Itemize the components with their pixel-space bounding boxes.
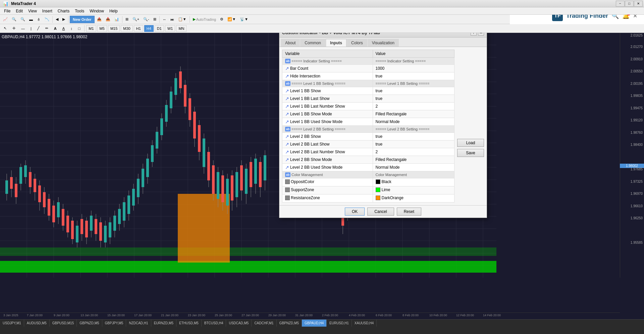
dialog-content: Variable Value ab===== Indicator Setting… — [279, 47, 487, 205]
cursor-btn[interactable]: ↖ — [1, 25, 9, 32]
dialog-tabs: About Common Inputs Colors Visualization — [279, 38, 487, 47]
brush-btn[interactable]: ✏ — [43, 25, 51, 32]
tf-m30[interactable]: M30 — [121, 25, 132, 32]
auto-scroll-btn[interactable]: ↔ — [161, 16, 168, 23]
fwd-btn[interactable]: ▶ — [61, 16, 67, 23]
arrow-icon: ↗ — [285, 142, 289, 147]
tab-common[interactable]: Common — [300, 39, 325, 47]
signals-btn[interactable]: 📶▼ — [226, 16, 237, 23]
market-watch-btn[interactable]: 📡▼ — [238, 16, 250, 23]
tf-w1[interactable]: W1 — [165, 25, 175, 32]
tf-m5[interactable]: M5 — [97, 25, 107, 32]
table-row[interactable]: ↗Level 1 BB Show true — [282, 87, 454, 95]
tf-m1[interactable]: M1 — [86, 25, 96, 32]
zoom-out2-btn[interactable]: 🔍- — [142, 16, 151, 23]
color-swatch — [376, 196, 380, 200]
close-btn[interactable]: ✕ — [634, 1, 643, 7]
templates-btn[interactable]: 📋▼ — [176, 16, 188, 23]
tf-m15[interactable]: M15 — [108, 25, 120, 32]
table-row[interactable]: ↗Level 1 BB Used Show Mode Normal Mode — [282, 118, 454, 126]
ab-icon: ab — [285, 59, 290, 63]
params-table: Variable Value ab===== Indicator Setting… — [282, 50, 454, 203]
table-row[interactable]: ab===== Level 1 BB Setting ===== ===== L… — [282, 80, 454, 87]
zoom-out-btn[interactable]: 🔍 — [19, 16, 27, 23]
save-btn[interactable]: Save — [457, 149, 484, 157]
ab-icon: ab — [285, 127, 290, 131]
table-row[interactable]: ↗Level 2 BB Used Show Mode Normal Mode — [282, 164, 454, 171]
table-row[interactable]: abColor Management Color Management — [282, 171, 454, 178]
color-swatch — [376, 179, 380, 184]
bar-chart-btn[interactable]: ▬ — [28, 16, 35, 23]
col-value: Value — [373, 50, 454, 58]
trendline-btn[interactable]: ╱ — [35, 25, 42, 32]
hline-btn[interactable]: — — [19, 25, 27, 32]
scroll-end-btn[interactable]: ⏭ — [169, 16, 176, 23]
table-row[interactable]: ab===== Level 2 BB Setting ===== ===== L… — [282, 126, 454, 133]
tf-h4[interactable]: H4 — [144, 25, 154, 32]
col-variable: Variable — [282, 50, 373, 58]
text-price-btn[interactable]: A — [60, 25, 67, 32]
table-row[interactable]: ↗Bar Count 1000 — [282, 65, 454, 72]
table-row[interactable]: ↗Level 1 BB Show Mode Filled Rectangale — [282, 110, 454, 118]
new-order-btn[interactable]: New Order — [70, 16, 95, 23]
zoom-in2-btn[interactable]: 🔍+ — [131, 16, 141, 23]
table-row[interactable]: ↗Hide Intersection true — [282, 72, 454, 80]
sell-btn[interactable]: 📥 — [104, 16, 112, 23]
menu-file[interactable]: File — [1, 8, 13, 14]
arrow-icon: ↗ — [285, 149, 289, 155]
menu-window[interactable]: Window — [87, 8, 107, 14]
autotrading-btn[interactable]: ▶ AutoTrading — [191, 16, 218, 23]
table-row[interactable]: OppositColor Black — [282, 178, 454, 186]
tab-inputs[interactable]: Inputs — [326, 39, 346, 47]
minimize-btn[interactable]: − — [616, 1, 625, 7]
arrow-icon: ↗ — [285, 104, 289, 109]
menu-charts[interactable]: Charts — [55, 8, 72, 14]
cancel-btn[interactable]: Cancel — [367, 208, 394, 216]
crosshair-btn[interactable]: ✛ — [10, 25, 18, 32]
load-btn[interactable]: Load — [457, 139, 484, 147]
tf-h1[interactable]: H1 — [134, 25, 143, 32]
menu-edit[interactable]: Edit — [13, 8, 25, 14]
table-row[interactable]: SupportZone Lime — [282, 186, 454, 194]
zoom-fit-btn[interactable]: ⊞ — [124, 16, 130, 23]
tab-visualization[interactable]: Visualization — [368, 39, 399, 47]
vline-btn[interactable]: | — [28, 25, 34, 32]
dialog-bottom-buttons: OK Cancel Reset — [279, 205, 487, 218]
grid-btn[interactable]: ⊞ — [152, 16, 158, 23]
table-row[interactable]: ↗Level 2 BB Last Show true — [282, 141, 454, 148]
tf-mn[interactable]: MN — [176, 25, 186, 32]
tab-about[interactable]: About — [281, 39, 300, 47]
back-btn[interactable]: ◀ — [54, 16, 60, 23]
arrow-icon: ↗ — [285, 119, 289, 124]
new-chart-btn[interactable]: 📈 — [1, 16, 9, 23]
menu-view[interactable]: View — [25, 8, 40, 14]
table-row[interactable]: ab===== Indicator Setting ===== ===== In… — [282, 58, 454, 65]
indicators-btn[interactable]: 📊 — [113, 16, 121, 23]
ok-btn[interactable]: OK — [345, 208, 365, 216]
line-btn[interactable]: 📉 — [43, 16, 51, 23]
rectangle-btn[interactable]: □ — [76, 25, 83, 32]
menu-tools[interactable]: Tools — [72, 8, 87, 14]
maximize-btn[interactable]: □ — [625, 1, 634, 7]
table-row[interactable]: ↗Level 2 BB Show true — [282, 133, 454, 141]
menu-help[interactable]: Help — [107, 8, 120, 14]
arrow-icon: ↗ — [285, 66, 289, 71]
candle-btn[interactable]: 🕯 — [35, 16, 42, 23]
indicator-dialog: Custom Indicator - BB + Void ICT MT4 By … — [279, 27, 487, 218]
text-btn[interactable]: A — [52, 25, 59, 32]
arrow-icon: ↗ — [285, 73, 289, 79]
ea-settings-btn[interactable]: ⚙ — [218, 16, 225, 23]
zoom-in-btn[interactable]: 🔍 — [10, 16, 18, 23]
reset-btn[interactable]: Reset — [397, 208, 421, 216]
table-row[interactable]: ↗Level 1 BB Last Show true — [282, 95, 454, 103]
tf-d1[interactable]: D1 — [155, 25, 164, 32]
menu-insert[interactable]: Insert — [40, 8, 55, 14]
table-row[interactable]: ↗Level 1 BB Last Number Show 2 — [282, 103, 454, 110]
table-row[interactable]: ResistanceZone DarkOrange — [282, 194, 454, 203]
arrow-btn[interactable]: ↕ — [68, 25, 75, 32]
table-row[interactable]: ↗Level 2 BB Last Number Show 2 — [282, 148, 454, 156]
buy-btn[interactable]: 📤 — [95, 16, 103, 23]
table-row[interactable]: ↗Level 2 BB Show Mode Filled Rectangale — [282, 156, 454, 164]
dialog-overlay: Custom Indicator - BB + Void ICT MT4 By … — [0, 0, 644, 334]
tab-colors[interactable]: Colors — [347, 39, 367, 47]
